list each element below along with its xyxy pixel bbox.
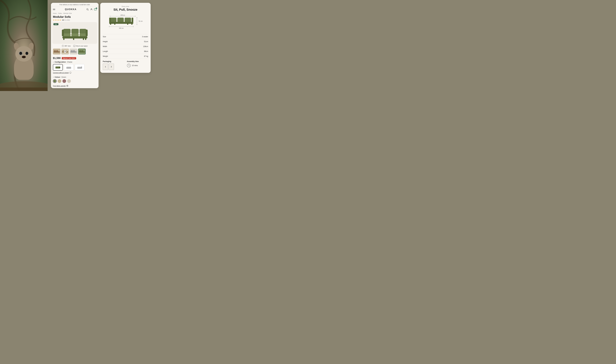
thumbnail-3[interactable] [70, 49, 77, 54]
config-label: Configuration: [55, 61, 66, 63]
config-option-2[interactable] [64, 64, 74, 71]
svg-rect-27 [70, 51, 77, 52]
connect-expert-link[interactable]: Connect with an expert ? [53, 72, 97, 74]
account-icon[interactable] [90, 8, 93, 11]
svg-rect-49 [117, 18, 124, 22]
svg-rect-52 [132, 18, 133, 22]
fabric-icon [66, 85, 68, 87]
deep-dive-title: Sit, Pull, Snooze [103, 8, 148, 12]
svg-text:162 cm: 162 cm [119, 27, 124, 29]
thumbnail-2[interactable] [61, 49, 69, 54]
cart-icon[interactable]: 2 [94, 8, 97, 11]
packaging-section: Packaging 1 2 [103, 61, 124, 70]
packaging-assembly: Packaging 1 2 Assembly time 10 mins [103, 61, 148, 70]
promo-text: Free delivery on any mattress or small i… [60, 4, 90, 5]
swatch-green[interactable] [53, 79, 57, 83]
breadcrumb-home[interactable]: Home [53, 13, 57, 14]
thumbnail-1[interactable] [53, 49, 61, 54]
spec-row-length: Length 99cm [103, 49, 148, 54]
config-num: 1 [53, 61, 54, 63]
config-options [53, 64, 97, 71]
deep-dive-subtitle: Deep dive [103, 6, 148, 7]
svg-rect-30 [79, 51, 85, 52]
breadcrumb-product: Modular Sofa [64, 13, 72, 14]
panels-container: Free delivery on any mattress or small i… [48, 0, 154, 91]
breadcrumb: Home › Sofas › Modular Sofa [51, 12, 99, 15]
svg-text:138 cm: 138 cm [120, 14, 125, 16]
color-swatches [53, 79, 97, 83]
svg-rect-28 [79, 50, 81, 52]
svg-line-68 [129, 65, 129, 66]
svg-rect-51 [109, 18, 111, 22]
spec-row-width: Width 138cm [103, 44, 148, 49]
promo-bar: Free delivery on any mattress or small i… [51, 3, 99, 7]
photo-panel [0, 0, 48, 91]
svg-rect-54 [110, 24, 111, 25]
thumbnails [51, 48, 99, 56]
save-badge: Signup & save 10%!* [62, 57, 76, 59]
nav-bar: QUOKKA [51, 7, 99, 12]
packaging-boxes: 1 2 [103, 64, 124, 70]
color-label: Colour: [55, 76, 61, 78]
fabric-link[interactable]: Free fabric sample [51, 84, 99, 88]
sofa-image [61, 25, 89, 41]
svg-rect-39 [67, 85, 68, 87]
svg-rect-16 [73, 38, 74, 40]
play-button[interactable] [64, 50, 66, 53]
svg-rect-14 [86, 29, 88, 36]
config-value: Chaise [67, 61, 72, 63]
svg-rect-12 [63, 36, 87, 39]
packaging-title: Packaging [103, 61, 124, 63]
config-section: 1 Configuration: Chaise [51, 61, 99, 76]
ar-icon: ⊞ [73, 45, 75, 47]
svg-rect-50 [125, 18, 131, 22]
svg-rect-13 [62, 29, 64, 36]
assembly-section: Assembly time 10 mins [127, 61, 148, 70]
color-header: 2 Colour: Green [53, 76, 97, 78]
clock-icon [127, 64, 131, 67]
nav-icons: 2 [86, 8, 97, 11]
view-ar-button[interactable]: ⊞ View in your space [73, 45, 88, 47]
svg-rect-55 [114, 24, 115, 25]
config-option-chaise[interactable] [53, 64, 63, 71]
svg-rect-21 [54, 51, 60, 52]
spec-row-size: Size 3-seater [103, 34, 148, 39]
search-icon[interactable] [86, 8, 89, 11]
svg-rect-7 [71, 29, 79, 34]
svg-rect-19 [54, 50, 56, 52]
menu-button[interactable] [53, 9, 55, 10]
swatch-mauve[interactable] [63, 79, 66, 83]
product-title: Modular Sofa [51, 15, 99, 19]
package-box-2: 2 [109, 64, 114, 70]
thumbnail-4[interactable] [78, 49, 86, 54]
product-image-area: New [52, 22, 97, 44]
svg-rect-38 [81, 66, 82, 68]
svg-rect-35 [66, 68, 71, 69]
svg-rect-15 [63, 38, 64, 40]
swatch-beige[interactable] [58, 79, 61, 83]
svg-rect-6 [63, 29, 71, 34]
breadcrumb-category[interactable]: Sofas [58, 13, 62, 14]
svg-line-3 [88, 10, 89, 10]
svg-rect-25 [71, 50, 73, 52]
svg-rect-8 [79, 29, 86, 34]
svg-rect-18 [85, 38, 86, 40]
svg-rect-48 [110, 18, 116, 22]
spec-row-weight: Weight 87 kg [103, 54, 148, 59]
assembly-content: 10 mins [127, 64, 148, 67]
svg-rect-9 [63, 33, 71, 37]
config-header: 1 Configuration: Chaise [53, 61, 97, 63]
config-option-3[interactable] [75, 64, 85, 71]
new-badge: New [53, 23, 58, 25]
cart-badge: 2 [96, 8, 97, 9]
svg-rect-26 [73, 50, 75, 52]
assembly-time: 10 mins [132, 65, 138, 66]
rating-row: ★ ★ ★ ★ ★ 4.9 (1,532) [51, 19, 99, 22]
help-icon: ? [69, 72, 71, 74]
brand-logo: QUOKKA [65, 8, 77, 11]
swatch-cream[interactable] [67, 79, 71, 83]
svg-text:51 cm: 51 cm [139, 20, 142, 22]
view-controls: ↻ 360° view ⊞ View in your space [51, 44, 99, 48]
view-360-button[interactable]: ↻ 360° view [62, 45, 70, 47]
svg-rect-10 [71, 33, 79, 37]
